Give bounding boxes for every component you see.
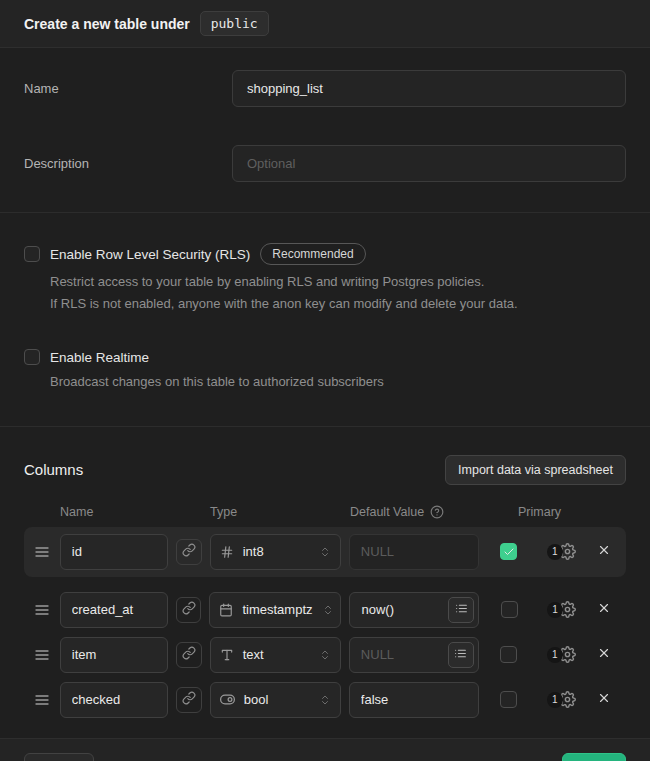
table-details-section: Name Description xyxy=(0,48,650,212)
save-button[interactable]: Save xyxy=(562,753,626,761)
remove-column-button[interactable] xyxy=(592,540,616,564)
realtime-description: Broadcast changes on this table to autho… xyxy=(50,372,626,392)
drag-handle-icon[interactable] xyxy=(34,647,52,663)
realtime-checkbox[interactable] xyxy=(24,349,40,365)
hash-icon xyxy=(220,545,234,559)
panel-header: Create a new table under public xyxy=(0,0,650,48)
remove-column-button[interactable] xyxy=(592,643,616,667)
drag-handle-icon[interactable] xyxy=(34,544,52,560)
name-row: Name xyxy=(24,70,626,107)
import-spreadsheet-button[interactable]: Import data via spreadsheet xyxy=(445,455,626,485)
close-icon xyxy=(597,691,611,708)
check-icon xyxy=(503,546,515,558)
column-name-input[interactable] xyxy=(60,534,168,570)
header-default: Default Value xyxy=(350,505,424,519)
primary-checkbox[interactable] xyxy=(500,691,517,708)
chevron-up-down-icon xyxy=(319,694,331,706)
column-row: timestamptz 1 xyxy=(24,589,626,631)
remove-column-button[interactable] xyxy=(592,598,616,622)
chevron-up-down-icon xyxy=(319,546,331,558)
close-icon xyxy=(597,543,611,560)
cancel-button[interactable]: Cancel xyxy=(24,753,94,761)
close-icon xyxy=(597,646,611,663)
columns-table-header: Name Type Default Value Primary xyxy=(24,505,626,519)
column-name-input[interactable] xyxy=(60,592,168,628)
columns-list: int8 1 timestamptz xyxy=(24,527,626,721)
primary-checkbox[interactable] xyxy=(500,543,517,560)
chevron-up-down-icon xyxy=(322,604,334,616)
drag-handle-icon[interactable] xyxy=(34,602,52,618)
rls-label: Enable Row Level Security (RLS) xyxy=(50,247,250,262)
type-label: text xyxy=(243,647,310,662)
rls-checkbox[interactable] xyxy=(24,246,40,262)
primary-checkbox[interactable] xyxy=(501,601,518,618)
link-icon xyxy=(182,543,196,560)
name-label: Name xyxy=(24,81,232,96)
toggle-icon xyxy=(220,692,235,707)
link-icon xyxy=(182,646,196,663)
settings-count-badge: 1 xyxy=(547,544,563,560)
description-label: Description xyxy=(24,156,232,171)
foreign-key-button[interactable] xyxy=(176,642,202,668)
list-icon xyxy=(454,647,467,663)
column-name-input[interactable] xyxy=(60,682,168,718)
settings-count-badge: 1 xyxy=(547,602,563,618)
header-type: Type xyxy=(210,505,342,519)
link-icon xyxy=(182,691,196,708)
column-type-select[interactable]: timestamptz xyxy=(209,592,341,628)
column-type-select[interactable]: text xyxy=(210,637,341,673)
type-label: timestamptz xyxy=(242,602,312,617)
chevron-up-down-icon xyxy=(319,649,331,661)
schema-badge: public xyxy=(200,11,269,36)
help-icon[interactable] xyxy=(430,505,444,519)
header-primary: Primary xyxy=(518,505,562,519)
foreign-key-button[interactable] xyxy=(176,597,202,623)
primary-checkbox[interactable] xyxy=(500,646,517,663)
link-icon xyxy=(182,601,196,618)
columns-section: Columns Import data via spreadsheet Name… xyxy=(0,427,650,738)
type-icon xyxy=(220,648,234,662)
panel-footer: Cancel Save xyxy=(0,738,650,761)
type-label: bool xyxy=(244,692,310,707)
table-name-input[interactable] xyxy=(232,70,626,107)
realtime-block: Enable Realtime Broadcast changes on thi… xyxy=(24,349,626,392)
header-name: Name xyxy=(60,505,168,519)
table-description-input[interactable] xyxy=(232,145,626,182)
recommended-badge: Recommended xyxy=(260,243,365,265)
close-icon xyxy=(597,601,611,618)
foreign-key-button[interactable] xyxy=(176,539,202,565)
panel-title: Create a new table under xyxy=(24,16,190,32)
rls-block: Enable Row Level Security (RLS) Recommen… xyxy=(24,243,626,313)
default-value-input[interactable] xyxy=(349,682,479,718)
rls-description-2: If RLS is not enabled, anyone with the a… xyxy=(50,294,626,314)
default-suggestions-button[interactable] xyxy=(448,597,474,623)
column-name-input[interactable] xyxy=(60,637,168,673)
drag-handle-icon[interactable] xyxy=(34,692,52,708)
description-row: Description xyxy=(24,145,626,182)
column-row: bool 1 xyxy=(24,679,626,721)
options-section: Enable Row Level Security (RLS) Recommen… xyxy=(0,213,650,426)
list-icon xyxy=(455,602,468,618)
foreign-key-button[interactable] xyxy=(176,687,202,713)
column-type-select[interactable]: bool xyxy=(210,682,341,718)
calendar-icon xyxy=(219,603,233,617)
default-value-input[interactable] xyxy=(349,534,479,570)
settings-count-badge: 1 xyxy=(547,692,563,708)
default-suggestions-button[interactable] xyxy=(448,642,474,668)
settings-count-badge: 1 xyxy=(547,647,563,663)
remove-column-button[interactable] xyxy=(592,688,616,712)
column-row: int8 1 xyxy=(24,527,626,577)
column-type-select[interactable]: int8 xyxy=(210,534,341,570)
realtime-label: Enable Realtime xyxy=(50,350,149,365)
rls-description-1: Restrict access to your table by enablin… xyxy=(50,272,626,292)
type-label: int8 xyxy=(243,544,310,559)
column-row: text 1 xyxy=(24,634,626,676)
create-table-panel: Create a new table under public Name Des… xyxy=(0,0,650,761)
columns-title: Columns xyxy=(24,461,83,478)
